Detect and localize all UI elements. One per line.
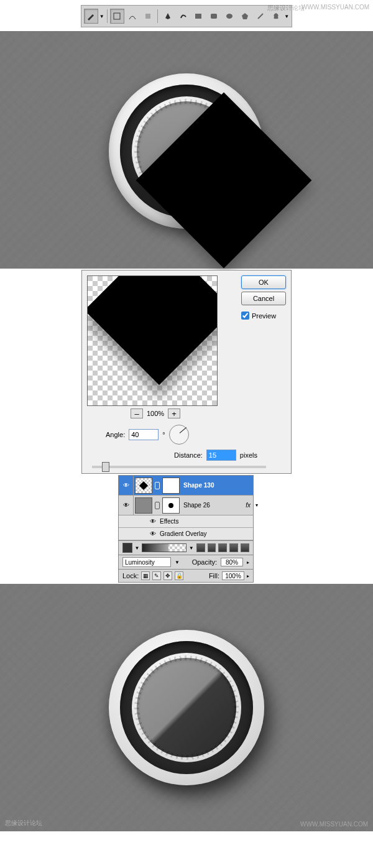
fill-arrow-icon[interactable]: ▸ <box>247 573 249 579</box>
knob-scallop <box>137 658 236 757</box>
effects-row[interactable]: 👁 Effects <box>119 515 253 528</box>
angle-gradient-icon[interactable] <box>218 543 227 552</box>
opacity-arrow-icon[interactable]: ▸ <box>247 560 249 565</box>
canvas-before <box>0 31 373 269</box>
zoom-out-button[interactable]: – <box>131 409 143 418</box>
rounded-rectangle-icon[interactable] <box>207 9 221 24</box>
dropdown-arrow-icon[interactable]: ▼ <box>284 14 289 19</box>
zoom-controls: – 100% + <box>131 409 286 418</box>
layer-name: Shape 26 <box>183 502 210 509</box>
layer-shape-26[interactable]: 👁 Shape 26 fx ▾ <box>119 496 253 515</box>
distance-input[interactable] <box>206 450 236 461</box>
shape-toolbar: ▼ ▼ <box>81 5 292 27</box>
line-icon[interactable] <box>253 9 267 24</box>
collapse-icon[interactable]: ▾ <box>256 502 258 508</box>
distance-unit: pixels <box>240 451 257 459</box>
layer-thumbnail[interactable] <box>135 478 152 494</box>
angle-unit: ° <box>162 431 165 438</box>
svg-rect-0 <box>114 13 120 19</box>
polygon-icon[interactable] <box>238 9 252 24</box>
effects-label: Effects <box>160 518 178 525</box>
link-icon[interactable] <box>155 482 160 489</box>
paths-icon[interactable] <box>126 9 140 24</box>
visibility-icon[interactable]: 👁 <box>119 496 134 515</box>
reflected-gradient-icon[interactable] <box>229 543 238 552</box>
dropdown-arrow-icon[interactable]: ▼ <box>189 545 194 551</box>
preview-checkbox[interactable] <box>241 312 249 320</box>
fill-pixels-icon[interactable] <box>140 9 155 24</box>
dropdown-arrow-icon[interactable]: ▼ <box>175 560 180 565</box>
preview-thumbnail[interactable] <box>87 275 218 406</box>
angle-input[interactable] <box>129 429 159 440</box>
angle-wheel[interactable] <box>169 425 189 445</box>
ellipse-icon[interactable] <box>223 9 237 24</box>
zoom-in-button[interactable]: + <box>168 409 180 418</box>
cancel-button[interactable]: Cancel <box>241 292 286 305</box>
layer-shape-130[interactable]: 👁 Shape 130 <box>119 476 253 496</box>
opacity-label: Opacity: <box>192 558 217 566</box>
watermark-cn: 思缘设计论坛 <box>5 819 42 828</box>
preview-label: Preview <box>252 312 276 320</box>
fx-badge[interactable]: fx <box>246 502 251 509</box>
distance-label: Distance: <box>174 451 203 459</box>
shape-layers-icon[interactable] <box>110 9 124 24</box>
dropdown-arrow-icon[interactable]: ▼ <box>135 545 140 551</box>
blend-row: ▼ Opacity: ▸ <box>118 555 254 570</box>
layer-name: Shape 130 <box>183 482 214 489</box>
pen-tool-icon[interactable] <box>84 9 98 24</box>
svg-rect-2 <box>195 14 201 19</box>
pen-icon[interactable] <box>160 9 175 24</box>
motion-blur-dialog: – 100% + OK Cancel Preview Angle: ° Dist… <box>81 270 292 474</box>
blend-mode-select[interactable] <box>122 557 171 567</box>
freeform-pen-icon[interactable] <box>176 9 190 24</box>
gradient-overlay-row[interactable]: 👁 Gradient Overlay <box>119 528 253 540</box>
fill-label: Fill: <box>209 572 219 579</box>
mask-thumbnail[interactable] <box>162 478 180 494</box>
color-swatch[interactable] <box>122 543 132 553</box>
radial-gradient-icon[interactable] <box>208 543 216 552</box>
knob-inner-ring <box>132 653 241 762</box>
diamond-gradient-icon[interactable] <box>241 543 249 552</box>
visibility-icon[interactable]: 👁 <box>150 530 156 537</box>
link-icon[interactable] <box>155 502 160 509</box>
ok-button[interactable]: OK <box>241 275 286 289</box>
watermark-url: WWW.MISSYUAN.COM <box>300 821 368 828</box>
knob-outer-ring <box>109 630 264 785</box>
lock-all-icon[interactable]: 🔒 <box>175 571 183 580</box>
gradient-toolbar: ▼ ▼ <box>118 541 254 555</box>
gradient-preview[interactable] <box>142 543 186 552</box>
lock-pixels-icon[interactable]: ✎ <box>152 571 161 580</box>
lock-row: Lock: ▦ ✎ ✥ 🔒 Fill: ▸ <box>118 570 254 583</box>
svg-marker-5 <box>242 13 248 19</box>
distance-slider[interactable] <box>92 466 266 468</box>
lock-label: Lock: <box>122 572 139 579</box>
knob-dark-ring <box>120 641 253 774</box>
svg-point-4 <box>226 14 233 19</box>
dropdown-arrow-icon[interactable]: ▼ <box>99 14 104 19</box>
lock-transparency-icon[interactable]: ▦ <box>141 571 150 580</box>
watermark-cn: 思缘设计论坛 <box>267 4 305 12</box>
zoom-level: 100% <box>147 410 164 417</box>
visibility-icon[interactable]: 👁 <box>119 476 134 495</box>
svg-rect-1 <box>145 14 150 19</box>
layers-panel: 👁 Shape 130 👁 Shape 26 fx ▾ 👁 Effects 👁 … <box>118 475 254 541</box>
linear-gradient-icon[interactable] <box>196 543 205 552</box>
opacity-input[interactable] <box>221 558 243 566</box>
preview-diamond <box>87 275 218 385</box>
gradient-overlay-label: Gradient Overlay <box>160 530 207 537</box>
preview-checkbox-row[interactable]: Preview <box>241 312 286 320</box>
fill-input[interactable] <box>222 571 244 580</box>
svg-rect-3 <box>211 14 217 19</box>
angle-label: Angle: <box>106 431 125 438</box>
svg-line-6 <box>258 14 263 19</box>
watermark-url: WWW.MISSYUAN.COM <box>302 4 369 11</box>
canvas-after: 思缘设计论坛 WWW.MISSYUAN.COM <box>0 584 373 831</box>
lock-position-icon[interactable]: ✥ <box>163 571 172 580</box>
mask-thumbnail[interactable] <box>162 497 180 514</box>
layer-thumbnail[interactable] <box>135 497 152 514</box>
visibility-icon[interactable]: 👁 <box>150 518 156 525</box>
rectangle-icon[interactable] <box>191 9 206 24</box>
